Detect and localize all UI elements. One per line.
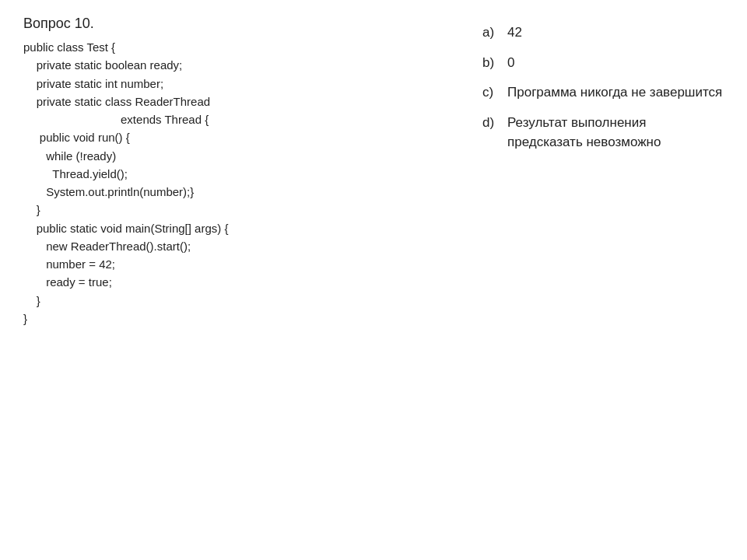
answer-text-1: 0 xyxy=(507,54,514,73)
code-block: public class Test { private static boole… xyxy=(23,38,459,327)
answer-options: a)42b)0c)Программа никогда не завершится… xyxy=(482,23,724,152)
left-panel: Вопрос 10. public class Test { private s… xyxy=(23,16,475,544)
answer-label-2: c) xyxy=(482,83,507,103)
answer-item-3: d)Результат выполнения предсказать невоз… xyxy=(482,114,724,152)
answer-text-0: 42 xyxy=(507,23,522,43)
answer-text-2: Программа никогда не завершится xyxy=(507,83,722,103)
answer-item-1: b)0 xyxy=(482,54,724,73)
answer-text-3: Результат выполнения предсказать невозмо… xyxy=(507,114,724,152)
answer-item-2: c)Программа никогда не завершится xyxy=(482,83,724,103)
answer-label-1: b) xyxy=(482,54,507,73)
question-title: Вопрос 10. xyxy=(23,16,459,32)
answer-label-3: d) xyxy=(482,114,507,152)
answer-label-0: a) xyxy=(482,23,507,43)
right-panel: a)42b)0c)Программа никогда не завершится… xyxy=(475,16,724,544)
answer-item-0: a)42 xyxy=(482,23,724,43)
